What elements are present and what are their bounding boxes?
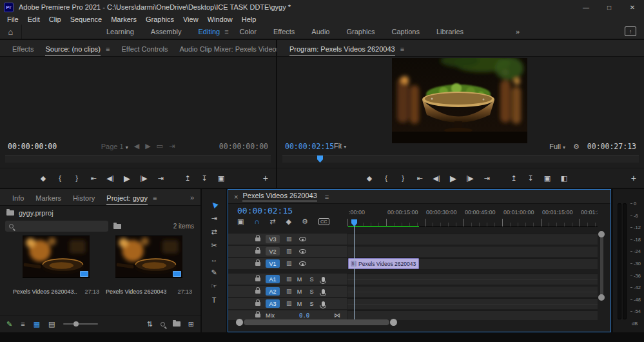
sync-lock-icon[interactable]: ▥ bbox=[286, 288, 292, 294]
mix-level-value[interactable]: 0.0 bbox=[299, 312, 309, 319]
zoom-level-select[interactable]: Fit▾ bbox=[334, 142, 346, 150]
caption-jump-icon[interactable]: ⇥ bbox=[169, 142, 175, 150]
menu-help[interactable]: Help bbox=[237, 15, 261, 23]
snap-magnet-icon[interactable]: ∩ bbox=[254, 218, 259, 225]
mute-button[interactable]: M bbox=[295, 288, 304, 295]
zoom-slider[interactable] bbox=[63, 323, 98, 325]
tab-effect-controls[interactable]: Effect Controls bbox=[116, 41, 174, 55]
new-item-icon[interactable]: ⊞ bbox=[188, 321, 194, 328]
sync-lock-icon[interactable]: ▥ bbox=[286, 276, 292, 282]
voiceover-mic-icon[interactable] bbox=[322, 301, 325, 307]
new-bin-icon[interactable] bbox=[173, 320, 181, 328]
program-scrub-bar[interactable] bbox=[282, 155, 639, 163]
minimize-button[interactable]: — bbox=[574, 0, 598, 14]
vscroll-bottom-handle[interactable] bbox=[598, 294, 605, 301]
video-lane-v2[interactable] bbox=[347, 246, 598, 257]
sync-lock-icon[interactable]: ▥ bbox=[286, 248, 292, 254]
page-selector[interactable]: Page 1▾ bbox=[101, 143, 128, 150]
comparison-view-icon[interactable]: ◧ bbox=[556, 174, 572, 183]
add-marker-icon[interactable]: ◆ bbox=[35, 174, 52, 183]
extract-icon[interactable]: ↧ bbox=[522, 174, 539, 183]
icon-view-icon[interactable]: ▦ bbox=[34, 321, 40, 328]
nest-toggle-icon[interactable]: ▣ bbox=[237, 218, 244, 225]
program-playhead-marker[interactable] bbox=[317, 156, 323, 163]
hscroll-right-handle[interactable] bbox=[390, 319, 397, 326]
play-icon[interactable]: ▶ bbox=[119, 174, 135, 183]
tool-hand[interactable]: ☞ bbox=[202, 279, 226, 293]
timeline-timecode[interactable]: 00:00:02:15 bbox=[237, 206, 293, 216]
search-input[interactable] bbox=[17, 223, 97, 230]
voiceover-mic-icon[interactable] bbox=[322, 289, 325, 294]
project-item-thumbnail[interactable] bbox=[115, 236, 182, 278]
tool-selection[interactable]: ▶ bbox=[202, 198, 226, 212]
linked-selection-icon[interactable]: ⇄ bbox=[269, 218, 275, 225]
workspace-graphics[interactable]: Graphics bbox=[338, 25, 383, 39]
next-page-icon[interactable]: ▶ bbox=[145, 142, 150, 150]
timeline-tab-label[interactable]: Pexels Videos 2620043 bbox=[242, 192, 317, 201]
workspace-audio[interactable]: Audio bbox=[303, 25, 338, 39]
tool-type[interactable]: T bbox=[202, 293, 226, 307]
track-lock-icon[interactable] bbox=[255, 302, 260, 306]
workspace-overflow-icon[interactable]: » bbox=[516, 28, 520, 35]
prev-page-icon[interactable]: ◀ bbox=[134, 142, 139, 150]
step-back-icon[interactable]: ◀| bbox=[102, 174, 119, 183]
keyframe-icon[interactable]: ⋈ bbox=[334, 312, 340, 319]
track-target-a2[interactable]: A2 bbox=[266, 287, 280, 296]
mark-out-icon[interactable]: } bbox=[395, 174, 411, 182]
mark-out-icon[interactable]: } bbox=[68, 174, 85, 182]
menu-clip[interactable]: Clip bbox=[44, 15, 66, 23]
project-item-name[interactable]: Pexels Videos 2620043... bbox=[13, 288, 77, 295]
lift-icon[interactable]: ↥ bbox=[505, 174, 522, 183]
tool-razor[interactable]: ✂ bbox=[202, 239, 226, 252]
menu-window[interactable]: Window bbox=[203, 15, 237, 23]
track-lock-icon[interactable] bbox=[255, 237, 260, 241]
project-item[interactable]: Pexels Videos 2620043 27:13 bbox=[103, 236, 195, 295]
find-icon[interactable] bbox=[161, 320, 165, 328]
sync-lock-icon[interactable]: ▥ bbox=[286, 236, 292, 242]
timeline-ruler[interactable]: :00:00 00:00:15:00 00:00:30:00 00:00:45:… bbox=[347, 205, 598, 227]
menu-sequence[interactable]: Sequence bbox=[66, 15, 107, 23]
workspace-learning[interactable]: Learning bbox=[98, 25, 142, 39]
list-view-icon[interactable]: ≡ bbox=[21, 321, 24, 328]
sync-lock-icon[interactable]: ▥ bbox=[286, 261, 292, 267]
track-output-eye-icon[interactable] bbox=[299, 237, 306, 241]
menu-edit[interactable]: Edit bbox=[23, 15, 44, 23]
tool-pen[interactable]: ✎ bbox=[202, 266, 226, 279]
menu-file[interactable]: File bbox=[3, 15, 23, 23]
project-file-row[interactable]: gygy.prproj bbox=[6, 209, 54, 217]
program-position-timecode[interactable]: 00:00:02:15 bbox=[285, 142, 334, 151]
tab-source[interactable]: Source: (no clips) ≡ bbox=[39, 41, 115, 55]
workspace-captions[interactable]: Captions bbox=[383, 25, 427, 39]
track-lock-icon[interactable] bbox=[255, 250, 260, 254]
button-editor-icon[interactable]: + bbox=[631, 173, 636, 183]
caption-block-icon[interactable]: ▭ bbox=[157, 142, 163, 150]
step-back-icon[interactable]: ◀| bbox=[428, 174, 445, 183]
panel-menu-icon[interactable]: ≡ bbox=[153, 194, 157, 202]
timeline-settings-wrench-icon[interactable]: ⚙ bbox=[302, 218, 308, 225]
panel-overflow-icon[interactable]: » bbox=[190, 194, 194, 201]
mark-in-icon[interactable]: { bbox=[52, 174, 68, 182]
source-scrub-bar[interactable] bbox=[5, 155, 271, 163]
track-lock-icon[interactable] bbox=[255, 262, 260, 266]
export-frame-icon[interactable]: ▣ bbox=[213, 174, 229, 183]
menu-graphics[interactable]: Graphics bbox=[141, 15, 179, 23]
sync-lock-icon[interactable]: ▥ bbox=[286, 301, 292, 307]
close-button[interactable]: ✕ bbox=[621, 0, 644, 14]
maximize-button[interactable]: □ bbox=[598, 0, 621, 14]
track-output-eye-icon[interactable] bbox=[299, 249, 306, 254]
step-forward-icon[interactable]: |▶ bbox=[462, 174, 478, 183]
track-target-v2[interactable]: V2 bbox=[266, 247, 280, 256]
video-lane-v3[interactable] bbox=[347, 234, 598, 245]
workspace-effects[interactable]: Effects bbox=[265, 25, 303, 39]
tab-project[interactable]: Project: gygy ≡ bbox=[101, 190, 162, 205]
solo-button[interactable]: S bbox=[307, 276, 317, 283]
tool-slip[interactable]: ↔ bbox=[202, 252, 226, 266]
export-frame-icon[interactable]: ▣ bbox=[539, 174, 556, 183]
menu-markers[interactable]: Markers bbox=[106, 15, 141, 23]
panel-menu-icon[interactable]: ≡ bbox=[325, 193, 329, 201]
audio-lane-a1[interactable] bbox=[347, 274, 598, 285]
horizontal-scrollbar[interactable] bbox=[244, 319, 389, 325]
overwrite-icon[interactable]: ↧ bbox=[196, 174, 213, 183]
mark-in-icon[interactable]: { bbox=[378, 174, 395, 182]
button-editor-icon[interactable]: + bbox=[263, 173, 268, 183]
